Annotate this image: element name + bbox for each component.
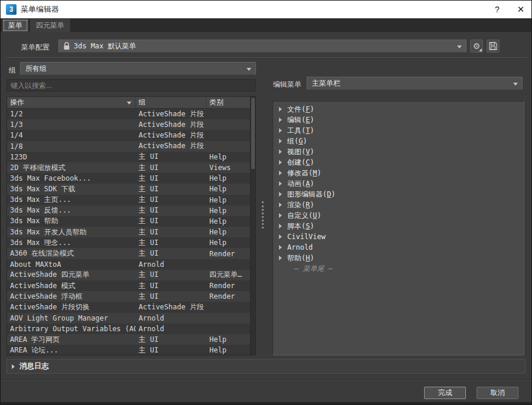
cell-group: ActiveShade 片段 bbox=[136, 120, 206, 130]
cell-category: Render bbox=[206, 250, 250, 258]
table-row[interactable]: ActiveShade 片段切换ActiveShade 片段 bbox=[7, 302, 250, 312]
menu-tree-item[interactable]: CivilView bbox=[273, 231, 524, 242]
table-row[interactable]: AREA 学习网页主 UIHelp bbox=[7, 334, 250, 345]
table-row[interactable]: 1/8ActiveShade 片段 bbox=[7, 141, 250, 152]
cell-action: 3ds Max 主页... bbox=[7, 195, 136, 205]
scrollbar-thumb[interactable] bbox=[251, 98, 255, 169]
table-row[interactable]: A360 在线渲染模式主 UIRender bbox=[7, 248, 250, 259]
save-button[interactable] bbox=[487, 40, 500, 53]
menu-tree-item[interactable]: 自定义(U) bbox=[273, 210, 524, 221]
menu-tree-item[interactable]: 组(G) bbox=[273, 136, 524, 146]
done-button[interactable]: 完成 bbox=[424, 387, 466, 399]
menu-item-label: CivilView bbox=[287, 233, 326, 241]
menu-item-label: 文件(F) bbox=[287, 104, 314, 115]
table-row[interactable]: 1/3ActiveShade 片段 bbox=[7, 119, 250, 130]
table-row[interactable]: 3ds Max 帮助主 UIHelp bbox=[7, 216, 250, 227]
cell-category: Help bbox=[206, 185, 250, 193]
menu-tree-item[interactable]: 脚本(S) bbox=[273, 221, 524, 231]
table-row[interactable]: ActiveShade 浮动框主 UIRender bbox=[7, 291, 250, 302]
cell-action: 1/4 bbox=[7, 131, 136, 139]
table-row[interactable]: 3ds Max 主页...主 UIHelp bbox=[7, 195, 250, 205]
expand-arrow-icon[interactable] bbox=[279, 234, 282, 239]
expand-arrow-icon[interactable] bbox=[279, 203, 282, 207]
expand-arrow-icon[interactable] bbox=[279, 224, 282, 228]
expand-arrow-icon[interactable] bbox=[279, 181, 282, 186]
menu-tree-item[interactable]: Arnold bbox=[273, 242, 524, 253]
table-scrollbar[interactable] bbox=[250, 97, 255, 355]
expand-arrow-icon[interactable] bbox=[279, 245, 282, 250]
table-row[interactable]: Arbitrary Output Variables (AOVs)Arnold bbox=[7, 324, 250, 334]
tab-quad-menu[interactable]: 四元菜单 bbox=[30, 19, 70, 32]
panel-splitter-handle[interactable] bbox=[262, 201, 264, 228]
chevron-down-icon bbox=[247, 68, 251, 71]
cell-category: Render bbox=[206, 282, 250, 290]
menu-tree-item[interactable]: 创建(C) bbox=[273, 157, 524, 168]
edit-menu-label: 编辑菜单 bbox=[273, 80, 301, 90]
title-bar: 3 菜单编辑器 ? ✕ bbox=[1, 1, 532, 18]
menu-tree-item[interactable]: 视图(V) bbox=[273, 146, 524, 157]
menu-item-label: 创建(C) bbox=[287, 158, 314, 168]
menu-tree-item[interactable]: 图形编辑器(D) bbox=[273, 189, 524, 200]
column-header-category[interactable]: 类别 bbox=[206, 97, 255, 108]
table-row[interactable]: About MAXtoAArnold bbox=[7, 259, 250, 270]
cell-action: About MAXtoA bbox=[7, 260, 136, 269]
expand-arrow-icon[interactable] bbox=[279, 107, 282, 112]
menu-item-label: 图形编辑器(D) bbox=[287, 190, 336, 200]
edit-menu-combobox[interactable]: 主菜单栏 bbox=[307, 77, 523, 90]
options-button[interactable]: ⚙ bbox=[470, 40, 483, 53]
close-button[interactable]: ✕ bbox=[509, 1, 532, 18]
table-row[interactable]: 3ds Max Facebook...主 UIHelp bbox=[7, 173, 250, 184]
group-combobox[interactable]: 所有组 bbox=[20, 62, 256, 75]
expand-arrow-icon[interactable] bbox=[279, 149, 282, 154]
menu-tree-item[interactable]: 修改器(M) bbox=[273, 168, 524, 178]
menu-tree-item[interactable]: 文件(F) bbox=[273, 104, 524, 115]
cell-action: 3ds Max SDK 下载 bbox=[7, 184, 136, 194]
table-row[interactable]: ActiveShade 模式主 UIRender bbox=[7, 280, 250, 291]
message-log-header[interactable]: 消息日志 bbox=[6, 359, 526, 374]
cell-category: Help bbox=[206, 239, 250, 247]
search-input[interactable] bbox=[6, 79, 256, 92]
table-row[interactable]: AREA 论坛...主 UIHelp bbox=[7, 345, 250, 355]
menu-tree-item[interactable]: 动画(A) bbox=[273, 178, 524, 189]
cell-group: Arnold bbox=[136, 314, 206, 322]
cancel-button[interactable]: 取消 bbox=[477, 387, 518, 399]
expand-arrow-icon[interactable] bbox=[279, 117, 282, 122]
menu-tree-item[interactable]: 工具(T) bbox=[273, 125, 524, 136]
tab-menu[interactable]: 菜单 bbox=[2, 19, 28, 32]
table-row[interactable]: 3ds Max 理念...主 UIHelp bbox=[7, 237, 250, 248]
expand-arrow-icon[interactable] bbox=[279, 128, 282, 133]
column-header-action[interactable]: 操作 bbox=[7, 97, 136, 108]
menu-tree-item[interactable]: 编辑(E) bbox=[273, 115, 524, 125]
help-button[interactable]: ? bbox=[485, 1, 509, 18]
menu-tree-item[interactable]: 渲染(R) bbox=[273, 200, 524, 210]
expand-arrow-icon[interactable] bbox=[279, 192, 282, 197]
menu-config-combobox[interactable]: 3ds Max 默认菜单 bbox=[58, 40, 467, 53]
table-row[interactable]: 3ds Max 反馈...主 UIHelp bbox=[7, 205, 250, 216]
expand-arrow-icon[interactable] bbox=[279, 256, 282, 260]
table-row[interactable]: AOV Light Group ManagerArnold bbox=[7, 313, 250, 324]
table-row[interactable]: 3ds Max SDK 下载主 UIHelp bbox=[7, 184, 250, 194]
cell-group: 主 UI bbox=[136, 163, 206, 173]
table-row[interactable]: 123D主 UIHelp bbox=[7, 152, 250, 162]
menu-item-label: 工具(T) bbox=[287, 126, 314, 136]
expand-arrow-icon[interactable] bbox=[279, 139, 282, 143]
table-row[interactable]: 3ds Max 开发人员帮助主 UIHelp bbox=[7, 227, 250, 237]
flyout-corner-icon bbox=[479, 48, 482, 51]
cell-category: Help bbox=[206, 346, 250, 354]
cell-action: AREA 论坛... bbox=[7, 345, 136, 355]
menu-tree-item[interactable]: 帮助(H) bbox=[273, 253, 524, 263]
cell-action: A360 在线渲染模式 bbox=[7, 249, 136, 259]
lock-icon bbox=[63, 42, 70, 50]
expand-arrow-icon[interactable] bbox=[279, 160, 282, 165]
table-row[interactable]: 1/4ActiveShade 片段 bbox=[7, 130, 250, 141]
table-row[interactable]: ActiveShade 四元菜单主 UI四元菜单… bbox=[7, 270, 250, 280]
cell-group: 主 UI bbox=[136, 335, 206, 345]
table-row[interactable]: 1/2ActiveShade 片段 bbox=[7, 109, 250, 119]
cell-category: 四元菜单… bbox=[206, 270, 250, 280]
table-row[interactable]: 2D 平移缩放模式主 UIViews bbox=[7, 162, 250, 173]
column-header-group[interactable]: 组 bbox=[136, 97, 206, 108]
expand-arrow-icon[interactable] bbox=[279, 213, 282, 218]
cell-category: Help bbox=[206, 196, 250, 204]
window-bottom-edge bbox=[1, 402, 532, 405]
expand-arrow-icon[interactable] bbox=[279, 171, 282, 175]
